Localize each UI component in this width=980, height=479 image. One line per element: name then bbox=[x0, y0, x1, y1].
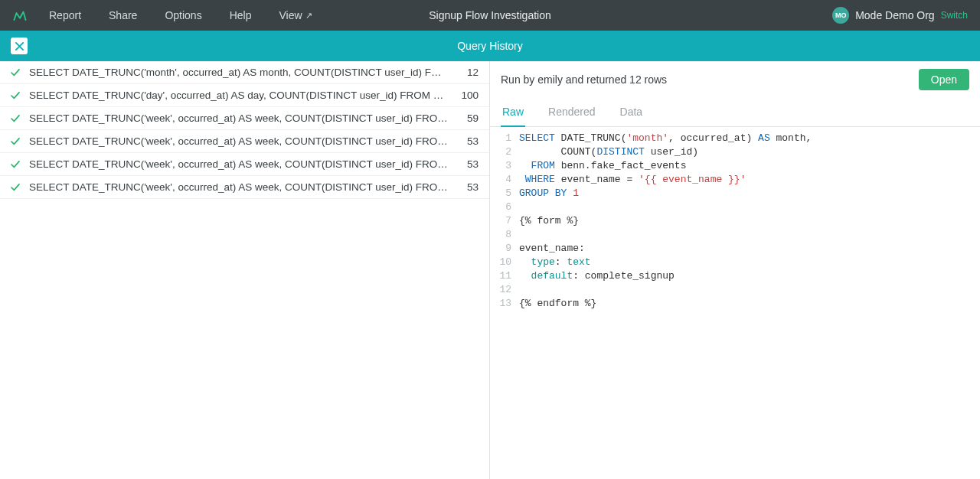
history-row-count: 53 bbox=[456, 135, 479, 147]
code-line: SELECT DATE_TRUNC('month', occurred_at) … bbox=[519, 132, 980, 145]
detail-tabs: RawRenderedData bbox=[490, 95, 980, 127]
code-line bbox=[519, 283, 980, 297]
tab-rendered[interactable]: Rendered bbox=[547, 99, 597, 127]
code-area: 12345678910111213 SELECT DATE_TRUNC('mon… bbox=[490, 127, 980, 311]
success-check-icon bbox=[11, 138, 21, 145]
success-check-icon bbox=[11, 115, 21, 122]
detail-panel: Run by emily and returned 12 rows Open R… bbox=[490, 61, 980, 479]
tab-raw[interactable]: Raw bbox=[501, 99, 525, 127]
external-arrow-icon: ↗ bbox=[305, 11, 312, 21]
subheader: Query History bbox=[0, 31, 980, 61]
history-row-count: 100 bbox=[456, 90, 479, 101]
line-number: 10 bbox=[490, 256, 511, 269]
org-name: Mode Demo Org bbox=[855, 9, 934, 21]
code-line: GROUP BY 1 bbox=[519, 187, 980, 200]
success-check-icon bbox=[11, 161, 21, 168]
nav-view-label: View bbox=[279, 9, 302, 21]
code-line bbox=[519, 228, 980, 242]
subheader-title: Query History bbox=[457, 40, 523, 52]
detail-header: Run by emily and returned 12 rows Open bbox=[490, 61, 980, 95]
close-icon bbox=[15, 42, 24, 51]
run-info: Run by emily and returned 12 rows bbox=[501, 73, 919, 86]
switch-link[interactable]: Switch bbox=[941, 10, 968, 21]
line-number: 1 bbox=[490, 132, 511, 145]
line-number: 8 bbox=[490, 228, 511, 242]
code-line: event_name: bbox=[519, 242, 980, 256]
history-row[interactable]: SELECT DATE_TRUNC('week', occurred_at) A… bbox=[0, 107, 489, 130]
code-line: type: text bbox=[519, 256, 980, 269]
line-number: 7 bbox=[490, 214, 511, 228]
code-lines: SELECT DATE_TRUNC('month', occurred_at) … bbox=[519, 132, 980, 311]
line-number: 5 bbox=[490, 187, 511, 200]
nav-options[interactable]: Options bbox=[165, 9, 201, 21]
nav-report[interactable]: Report bbox=[49, 9, 81, 21]
history-list: SELECT DATE_TRUNC('month', occurred_at) … bbox=[0, 61, 490, 479]
nav-view[interactable]: View ↗ bbox=[279, 9, 312, 21]
history-row-count: 59 bbox=[456, 112, 479, 124]
success-check-icon bbox=[11, 184, 21, 191]
code-line: WHERE event_name = '{{ event_name }}' bbox=[519, 173, 980, 187]
code-line: {% endform %} bbox=[519, 297, 980, 311]
history-query-text: SELECT DATE_TRUNC('week', occurred_at) A… bbox=[29, 112, 448, 124]
history-row-count: 53 bbox=[456, 181, 479, 193]
history-row[interactable]: SELECT DATE_TRUNC('day', occurred_at) AS… bbox=[0, 84, 489, 107]
line-number: 13 bbox=[490, 297, 511, 311]
history-row[interactable]: SELECT DATE_TRUNC('week', occurred_at) A… bbox=[0, 130, 489, 153]
top-nav: Report Share Options Help View ↗ Signup … bbox=[0, 0, 980, 31]
history-query-text: SELECT DATE_TRUNC('month', occurred_at) … bbox=[29, 67, 448, 78]
code-line: FROM benn.fake_fact_events bbox=[519, 159, 980, 173]
history-row-count: 12 bbox=[456, 67, 479, 78]
main-area: SELECT DATE_TRUNC('month', occurred_at) … bbox=[0, 61, 980, 479]
code-line bbox=[519, 200, 980, 214]
line-number: 11 bbox=[490, 269, 511, 283]
line-number: 9 bbox=[490, 242, 511, 256]
code-line: default: complete_signup bbox=[519, 269, 980, 283]
line-number: 3 bbox=[490, 159, 511, 173]
history-row[interactable]: SELECT DATE_TRUNC('week', occurred_at) A… bbox=[0, 176, 489, 199]
close-button[interactable] bbox=[11, 37, 28, 54]
line-number: 6 bbox=[490, 200, 511, 214]
tab-data[interactable]: Data bbox=[619, 99, 645, 127]
line-number: 4 bbox=[490, 173, 511, 187]
code-line: {% form %} bbox=[519, 214, 980, 228]
nav-share[interactable]: Share bbox=[109, 9, 137, 21]
open-button[interactable]: Open bbox=[919, 69, 969, 90]
nav-items: Report Share Options Help View ↗ bbox=[49, 9, 312, 21]
nav-help[interactable]: Help bbox=[230, 9, 252, 21]
history-query-text: SELECT DATE_TRUNC('week', occurred_at) A… bbox=[29, 181, 448, 193]
success-check-icon bbox=[11, 69, 21, 77]
history-query-text: SELECT DATE_TRUNC('day', occurred_at) AS… bbox=[29, 90, 448, 101]
history-row[interactable]: SELECT DATE_TRUNC('week', occurred_at) A… bbox=[0, 153, 489, 176]
page-title: Signup Flow Investigation bbox=[429, 9, 551, 21]
org-section: MO Mode Demo Org Switch bbox=[832, 7, 968, 24]
history-query-text: SELECT DATE_TRUNC('week', occurred_at) A… bbox=[29, 135, 448, 147]
org-badge[interactable]: MO bbox=[832, 7, 849, 24]
line-number: 12 bbox=[490, 283, 511, 297]
line-number: 2 bbox=[490, 145, 511, 159]
success-check-icon bbox=[11, 92, 21, 99]
history-query-text: SELECT DATE_TRUNC('week', occurred_at) A… bbox=[29, 158, 448, 170]
code-gutter: 12345678910111213 bbox=[490, 132, 519, 311]
logo-icon[interactable] bbox=[12, 8, 28, 23]
history-row-count: 53 bbox=[456, 158, 479, 170]
code-line: COUNT(DISTINCT user_id) bbox=[519, 145, 980, 159]
history-row[interactable]: SELECT DATE_TRUNC('month', occurred_at) … bbox=[0, 61, 489, 84]
